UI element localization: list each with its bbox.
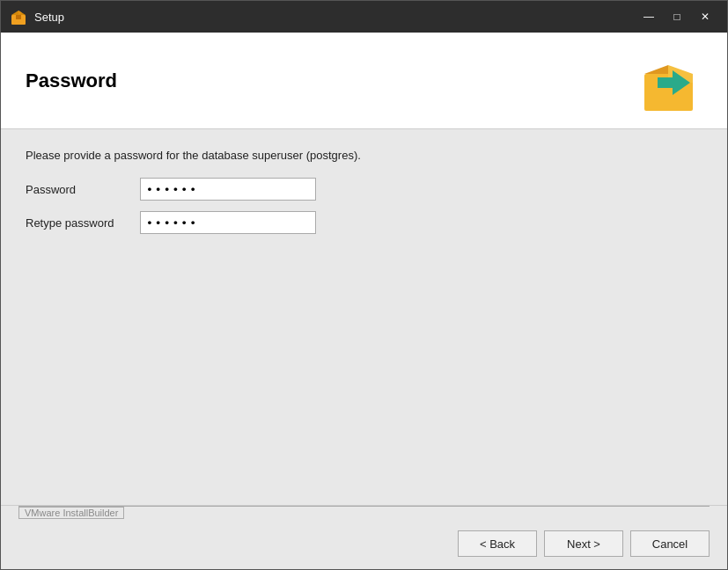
window-title: Setup <box>34 11 636 24</box>
content-area: Please provide a password for the databa… <box>1 129 727 505</box>
minimize-button[interactable]: — <box>636 6 662 27</box>
retype-password-row: Retype password <box>26 211 702 234</box>
app-icon <box>10 8 27 26</box>
password-input[interactable] <box>140 178 316 201</box>
svg-rect-2 <box>16 15 21 19</box>
close-button[interactable]: ✕ <box>692 6 718 27</box>
back-button[interactable]: < Back <box>458 530 537 557</box>
description-text: Please provide a password for the databa… <box>26 149 702 162</box>
title-bar: Setup — □ ✕ <box>1 1 727 33</box>
next-button[interactable]: Next > <box>544 530 623 557</box>
password-row: Password <box>26 178 702 201</box>
retype-password-label: Retype password <box>26 216 140 230</box>
footer-border: VMware InstallBuilder <box>18 506 710 520</box>
svg-marker-5 <box>644 65 668 74</box>
retype-password-input[interactable] <box>140 211 316 234</box>
page-title: Password <box>26 69 117 92</box>
header-panel: Password <box>1 33 727 129</box>
footer-buttons: < Back Next > Cancel <box>18 520 710 569</box>
cancel-button[interactable]: Cancel <box>630 530 710 557</box>
maximize-button[interactable]: □ <box>664 6 690 27</box>
window-controls: — □ ✕ <box>636 6 718 27</box>
vmware-label: VMware InstallBuilder <box>18 507 124 519</box>
setup-window: Setup — □ ✕ Password Please provide a pa… <box>0 0 728 570</box>
footer-area: VMware InstallBuilder < Back Next > Canc… <box>1 505 727 569</box>
password-label: Password <box>26 183 140 196</box>
header-box-icon <box>636 46 706 116</box>
